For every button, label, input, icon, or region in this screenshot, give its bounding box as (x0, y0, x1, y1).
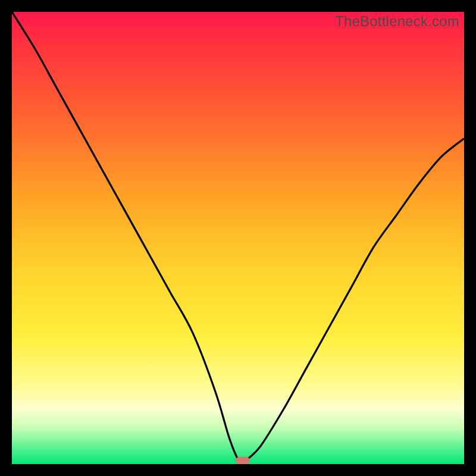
curve-path (12, 12, 464, 464)
plot-area: TheBottleneck.com (12, 12, 464, 464)
chart-frame: TheBottleneck.com (0, 0, 476, 476)
optimal-marker (236, 457, 250, 465)
bottleneck-curve (12, 12, 464, 464)
watermark-text: TheBottleneck.com (335, 13, 459, 30)
